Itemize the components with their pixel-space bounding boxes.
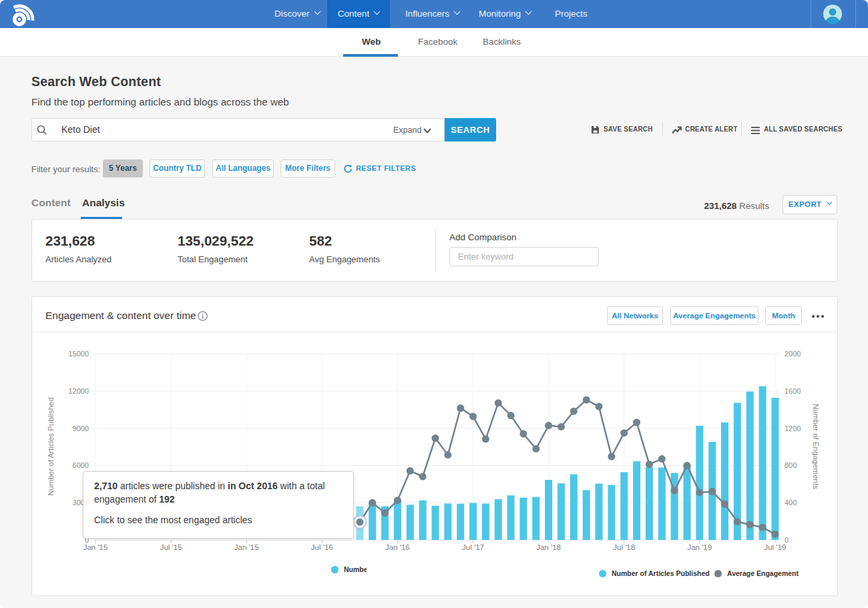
svg-text:Jul '18: Jul '18 — [613, 543, 635, 551]
svg-text:Jul '16: Jul '16 — [311, 543, 333, 551]
svg-text:800: 800 — [785, 461, 797, 469]
svg-text:Jul '17: Jul '17 — [462, 543, 484, 551]
svg-text:Number of Engagements: Number of Engagements — [812, 404, 820, 489]
svg-text:Jan '19: Jan '19 — [687, 543, 712, 551]
svg-text:9000: 9000 — [73, 424, 89, 432]
svg-text:12000: 12000 — [68, 387, 89, 395]
svg-text:0: 0 — [785, 536, 789, 544]
svg-text:6000: 6000 — [73, 461, 89, 469]
svg-text:400: 400 — [785, 499, 797, 507]
svg-text:Jan '15: Jan '15 — [234, 543, 259, 551]
svg-text:Number of Articles Published: Number of Articles Published — [47, 397, 55, 496]
svg-text:Jul '15: Jul '15 — [160, 543, 182, 551]
svg-text:Jan '15: Jan '15 — [83, 543, 108, 551]
svg-text:1200: 1200 — [785, 424, 801, 432]
svg-text:15000: 15000 — [68, 350, 89, 358]
svg-text:2000: 2000 — [785, 350, 801, 358]
svg-text:Jul '19: Jul '19 — [764, 543, 786, 551]
svg-text:Jan '16: Jan '16 — [385, 543, 410, 551]
svg-text:1600: 1600 — [785, 387, 801, 395]
svg-text:Jan '18: Jan '18 — [536, 543, 561, 551]
